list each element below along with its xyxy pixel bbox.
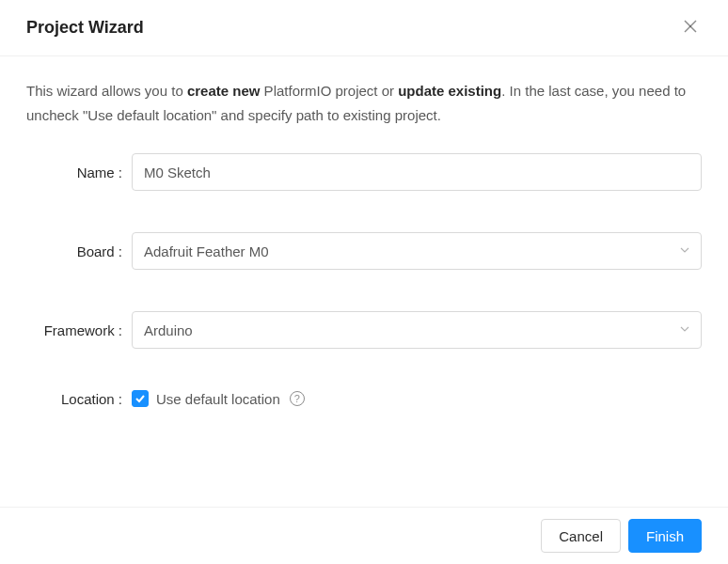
framework-row: Framework : Arduino	[26, 311, 702, 349]
location-checkbox[interactable]	[132, 390, 149, 407]
framework-select[interactable]: Arduino	[132, 311, 702, 349]
intro-bold2: update existing	[398, 83, 501, 99]
intro-text: This wizard allows you to create new Pla…	[26, 79, 702, 127]
help-icon[interactable]: ?	[290, 391, 305, 406]
name-row: Name :	[26, 153, 702, 191]
board-label: Board :	[26, 243, 132, 259]
close-button[interactable]	[679, 15, 702, 40]
close-icon	[683, 19, 698, 38]
framework-label: Framework :	[26, 322, 132, 338]
location-checkbox-label[interactable]: Use default location	[156, 391, 280, 407]
dialog-body: This wizard allows you to create new Pla…	[0, 56, 728, 430]
name-label: Name :	[26, 164, 132, 180]
intro-pre: This wizard allows you to	[26, 83, 187, 99]
board-value: Adafruit Feather M0	[144, 243, 269, 259]
dialog-header: Project Wizard	[0, 0, 728, 56]
board-select[interactable]: Adafruit Feather M0	[132, 232, 702, 270]
name-input[interactable]	[132, 153, 702, 191]
intro-mid: PlatformIO project or	[260, 83, 398, 99]
intro-bold1: create new	[187, 83, 261, 99]
dialog-title: Project Wizard	[26, 18, 144, 38]
cancel-button[interactable]: Cancel	[541, 519, 621, 553]
dialog-footer: Cancel Finish	[0, 507, 728, 564]
location-label: Location :	[26, 391, 132, 407]
framework-value: Arduino	[144, 322, 193, 338]
board-row: Board : Adafruit Feather M0	[26, 232, 702, 270]
check-icon	[135, 393, 146, 404]
location-row: Location : Use default location ?	[26, 390, 702, 407]
finish-button[interactable]: Finish	[628, 519, 702, 553]
